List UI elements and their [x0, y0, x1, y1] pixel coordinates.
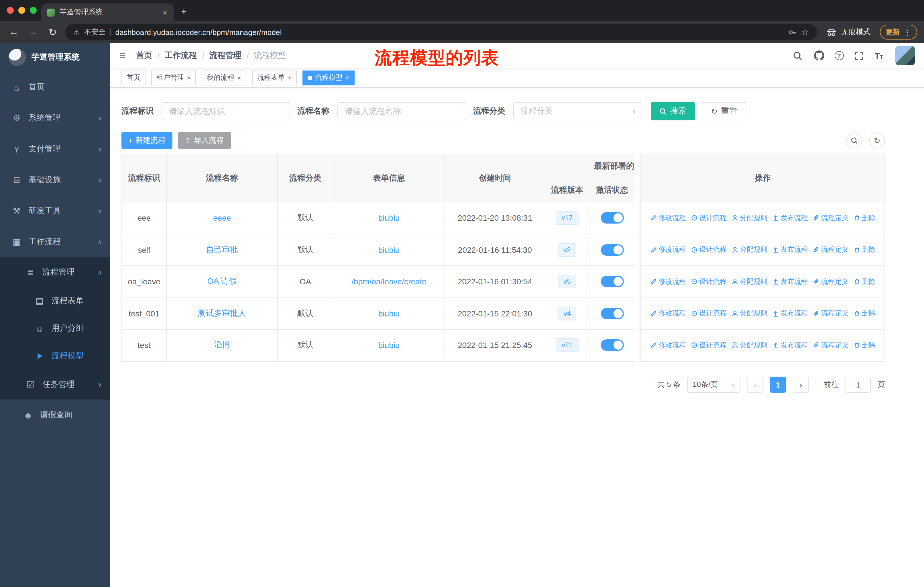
- modify-flow-action[interactable]: 修改流程: [650, 277, 686, 287]
- update-chip[interactable]: 更新 ⋮: [880, 25, 917, 40]
- zoom-window-button[interactable]: [30, 7, 37, 14]
- breadcrumb-process-management[interactable]: 流程管理: [210, 50, 241, 61]
- tag-tenant-management[interactable]: 租户管理 ×: [151, 70, 196, 85]
- sidebar-item-task-management[interactable]: ☑ 任务管理 ∨: [0, 370, 110, 400]
- publish-flow-action[interactable]: 发布流程: [772, 245, 808, 255]
- publish-flow-action[interactable]: 发布流程: [772, 277, 808, 287]
- goto-page-input[interactable]: [845, 377, 871, 393]
- page-number-button[interactable]: 1: [770, 377, 786, 393]
- process-category-select[interactable]: 流程分类 ∨: [513, 102, 642, 121]
- assign-rule-action[interactable]: 分配规则: [731, 277, 767, 287]
- assign-rule-action[interactable]: 分配规则: [731, 341, 767, 350]
- sidebar-item-workflow[interactable]: ▣ 工作流程 ∧: [0, 227, 110, 257]
- flow-definition-action[interactable]: 流程定义: [813, 309, 849, 318]
- github-icon[interactable]: [813, 50, 825, 61]
- form-info-link[interactable]: biubiu: [378, 213, 400, 223]
- breadcrumb-workflow[interactable]: 工作流程: [165, 50, 197, 61]
- refresh-table-button[interactable]: ↻: [869, 132, 885, 149]
- assign-rule-action[interactable]: 分配规则: [731, 309, 767, 318]
- active-toggle[interactable]: [601, 276, 624, 288]
- page-size-select[interactable]: 10条/页 ∨: [687, 377, 740, 393]
- form-info-link[interactable]: biubiu: [378, 245, 400, 255]
- reset-button[interactable]: ↻ 重置: [702, 102, 746, 121]
- sidebar-item-process-model[interactable]: ➤ 流程模型: [0, 342, 110, 370]
- modify-flow-action[interactable]: 修改流程: [650, 341, 686, 350]
- delete-action[interactable]: 删除: [853, 277, 876, 287]
- publish-flow-action[interactable]: 发布流程: [772, 341, 808, 350]
- prev-page-button[interactable]: ‹: [747, 377, 763, 393]
- user-avatar[interactable]: [895, 46, 915, 65]
- process-key-input[interactable]: [162, 102, 290, 121]
- active-toggle[interactable]: [601, 244, 624, 256]
- close-tag-icon[interactable]: ×: [287, 74, 292, 82]
- breadcrumb-home[interactable]: 首页: [136, 50, 152, 61]
- process-name-link[interactable]: 测试多审批人: [198, 308, 246, 319]
- design-flow-action[interactable]: 设计流程: [691, 309, 727, 318]
- next-page-button[interactable]: ›: [793, 377, 809, 393]
- sidebar-item-user-group[interactable]: ☺ 用户分组: [0, 315, 110, 342]
- assign-rule-action[interactable]: 分配规则: [731, 213, 767, 223]
- collapse-sidebar-icon[interactable]: ≡: [119, 49, 126, 62]
- browser-menu-icon[interactable]: ⋮: [904, 28, 911, 36]
- design-flow-action[interactable]: 设计流程: [691, 277, 727, 287]
- process-name-link[interactable]: eeee: [213, 213, 231, 223]
- browser-tab[interactable]: 芋道管理系统 ×: [41, 3, 174, 21]
- flow-definition-action[interactable]: 流程定义: [813, 341, 849, 350]
- import-process-button[interactable]: ↥ 导入流程: [178, 132, 231, 149]
- help-icon[interactable]: ?: [834, 51, 843, 60]
- new-tab-button[interactable]: +: [181, 6, 187, 21]
- form-info-link[interactable]: /bpm/oa/leave/create: [351, 277, 426, 286]
- sidebar-item-infrastructure[interactable]: ⊟ 基础设施 ∨: [0, 165, 110, 195]
- design-flow-action[interactable]: 设计流程: [691, 213, 727, 223]
- process-name-input[interactable]: [337, 102, 466, 121]
- design-flow-action[interactable]: 设计流程: [691, 341, 727, 350]
- bookmark-star-icon[interactable]: ☆: [801, 27, 809, 37]
- close-window-button[interactable]: [7, 7, 14, 14]
- form-info-link[interactable]: biubiu: [378, 309, 400, 318]
- assign-rule-action[interactable]: 分配规则: [731, 245, 767, 255]
- back-button[interactable]: ←: [7, 26, 21, 38]
- sidebar-item-payment[interactable]: ¥ 支付管理 ∨: [0, 134, 110, 165]
- search-icon[interactable]: [792, 50, 804, 61]
- form-info-link[interactable]: biubiu: [378, 341, 400, 350]
- design-flow-action[interactable]: 设计流程: [691, 245, 727, 255]
- font-size-icon[interactable]: TT: [874, 51, 883, 61]
- active-toggle[interactable]: [601, 340, 624, 351]
- flow-definition-action[interactable]: 流程定义: [813, 213, 849, 223]
- toggle-search-button[interactable]: [846, 132, 862, 149]
- process-name-link[interactable]: OA 请假: [207, 276, 237, 287]
- flow-definition-action[interactable]: 流程定义: [813, 245, 849, 255]
- modify-flow-action[interactable]: 修改流程: [650, 309, 686, 318]
- reload-button[interactable]: ↻: [46, 26, 59, 38]
- sidebar-item-process-form[interactable]: ▤ 流程表单: [0, 287, 110, 315]
- minimize-window-button[interactable]: [18, 7, 25, 14]
- modify-flow-action[interactable]: 修改流程: [650, 245, 686, 255]
- process-name-link[interactable]: 自己审批: [206, 245, 238, 255]
- sidebar-item-system[interactable]: ⚙ 系统管理 ∨: [0, 103, 110, 134]
- delete-action[interactable]: 删除: [853, 213, 876, 223]
- tag-process-model[interactable]: 流程模型 ×: [302, 70, 355, 85]
- flow-definition-action[interactable]: 流程定义: [813, 277, 849, 287]
- tag-my-process[interactable]: 我的流程 ×: [201, 70, 246, 85]
- active-toggle[interactable]: [601, 308, 624, 319]
- publish-flow-action[interactable]: 发布流程: [772, 309, 808, 318]
- sidebar-item-home[interactable]: ⌂ 首页: [0, 72, 110, 103]
- close-tag-icon[interactable]: ×: [237, 74, 241, 82]
- create-process-button[interactable]: + 新建流程: [121, 132, 172, 149]
- publish-flow-action[interactable]: 发布流程: [772, 213, 808, 223]
- delete-action[interactable]: 删除: [853, 341, 876, 350]
- modify-flow-action[interactable]: 修改流程: [650, 213, 686, 223]
- delete-action[interactable]: 删除: [853, 245, 876, 255]
- forward-button[interactable]: →: [26, 26, 40, 38]
- tag-home[interactable]: 首页: [121, 70, 145, 85]
- process-name-link[interactable]: 滔博: [214, 340, 230, 351]
- delete-action[interactable]: 删除: [853, 309, 876, 318]
- password-key-icon[interactable]: [788, 28, 797, 36]
- sidebar-item-process-management[interactable]: ≣ 流程管理 ∧: [0, 257, 110, 287]
- close-tag-icon[interactable]: ×: [187, 74, 191, 82]
- fullscreen-icon[interactable]: [853, 50, 865, 61]
- tab-close-icon[interactable]: ×: [162, 8, 168, 17]
- tag-process-form[interactable]: 流程表单 ×: [252, 70, 297, 85]
- close-tag-icon[interactable]: ×: [345, 74, 350, 82]
- sidebar-item-devtools[interactable]: ⚒ 研发工具 ∨: [0, 195, 110, 227]
